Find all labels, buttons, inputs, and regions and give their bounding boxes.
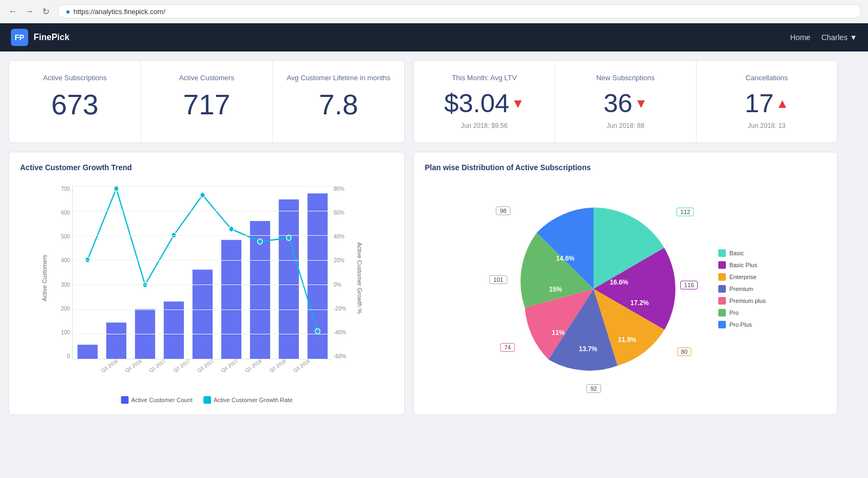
chart-legend: Active Customer Count Active Customer Gr… bbox=[20, 396, 393, 404]
kpi-active-customers-value: 717 bbox=[152, 91, 261, 119]
kpi-active-customers: Active Customers 717 bbox=[141, 61, 273, 143]
kpi-cancellations-title: Cancellations bbox=[707, 74, 826, 82]
kpi-right-group: This Month: Avg LTV $3.04 ▼ Jun 2018: $9… bbox=[413, 60, 838, 143]
pie-legend-pro-plus: Pro Plus bbox=[718, 321, 765, 328]
pie-chart-area: 16.6% 17.2% 11.9% 13.7% 11% 15% 14.6% 98… bbox=[485, 180, 702, 397]
y-axis-right: 80% 60% 40% 20% 0% -20% -40% -60% bbox=[331, 186, 355, 359]
back-button[interactable]: ← bbox=[7, 5, 20, 18]
legend-bar-color bbox=[121, 396, 129, 404]
charts-row: Active Customer Growth Trend Active Cust… bbox=[9, 152, 838, 415]
kpi-active-subscriptions-value: 673 bbox=[20, 91, 130, 119]
pie-svg: 16.6% 17.2% 11.9% 13.7% 11% 15% 14.6% bbox=[485, 180, 702, 397]
callout-74: 74 bbox=[500, 343, 514, 352]
legend-line-label: Active Customer Growth Rate bbox=[214, 397, 293, 403]
pie-legend-enterprise: Enterprise bbox=[718, 273, 765, 281]
kpi-cancellations-subtitle: Jun 2018: 13 bbox=[707, 122, 826, 130]
callout-101: 101 bbox=[489, 275, 507, 284]
callout-112: 112 bbox=[676, 208, 694, 216]
kpi-new-subscriptions-title: New Subscriptions bbox=[566, 74, 685, 82]
pie-chart-title: Plan wise Distribution of Active Subscri… bbox=[425, 163, 826, 172]
bar-chart-panel: Active Customer Growth Trend Active Cust… bbox=[9, 152, 405, 415]
kpi-avg-ltv-title: This Month: Avg LTV bbox=[425, 74, 544, 82]
pie-legend-basic: Basic bbox=[718, 249, 765, 257]
svg-text:14.6%: 14.6% bbox=[556, 255, 575, 262]
callout-80: 80 bbox=[677, 347, 691, 356]
app-header: FP FinePick Home Charles ▼ bbox=[0, 23, 868, 51]
browser-chrome: ← → ↻ ● https://analytics.finepick.com/ bbox=[0, 0, 868, 23]
chart-area bbox=[72, 186, 331, 359]
logo-text: FinePick bbox=[34, 33, 69, 42]
pie-label-pro: Pro bbox=[729, 309, 738, 316]
kpi-new-subscriptions-subtitle: Jun 2018: 88 bbox=[566, 122, 685, 130]
forward-button[interactable]: → bbox=[23, 5, 36, 18]
kpi-cancellations-arrow: ▲ bbox=[776, 96, 789, 111]
kpi-avg-lifetime: Avg Customer Lifetime in months 7.8 bbox=[273, 61, 404, 143]
pie-label-enterprise: Enterprise bbox=[729, 274, 756, 280]
pie-color-pro-plus bbox=[718, 321, 726, 328]
header-nav: Home Charles ▼ bbox=[790, 33, 857, 42]
pie-legend-basic-plus: Basic Plus bbox=[718, 261, 765, 269]
kpi-cancellations-wrapper: 17 ▲ bbox=[707, 91, 826, 117]
callout-116: 116 bbox=[680, 281, 698, 289]
legend-bar-label: Active Customer Count bbox=[131, 397, 193, 403]
bar-chart-title: Active Customer Growth Trend bbox=[20, 163, 393, 172]
callout-98: 98 bbox=[496, 206, 510, 215]
kpi-avg-ltv-wrapper: $3.04 ▼ bbox=[425, 91, 544, 117]
secure-icon: ● bbox=[66, 7, 70, 16]
callout-92: 92 bbox=[586, 384, 601, 393]
pie-label-basic: Basic bbox=[729, 250, 744, 256]
url-text: https://analytics.finepick.com/ bbox=[73, 8, 165, 16]
pie-color-premium bbox=[718, 285, 726, 293]
kpi-left-group: Active Subscriptions 673 Active Customer… bbox=[9, 60, 405, 143]
logo-icon: FP bbox=[11, 29, 28, 46]
kpi-avg-lifetime-title: Avg Customer Lifetime in months bbox=[284, 74, 393, 82]
svg-text:11%: 11% bbox=[552, 329, 565, 337]
kpi-avg-ltv: This Month: Avg LTV $3.04 ▼ Jun 2018: $9… bbox=[414, 61, 555, 143]
kpi-active-subscriptions-title: Active Subscriptions bbox=[20, 74, 130, 82]
kpi-avg-ltv-subtitle: Jun 2018: $9.56 bbox=[425, 122, 544, 130]
y-axis-left: 700 600 500 400 300 200 100 0 bbox=[53, 186, 72, 359]
y-axis-right-label: Active Customer Growth % bbox=[356, 242, 363, 314]
svg-text:13.7%: 13.7% bbox=[579, 345, 597, 353]
y-axis-left-label: Active Customers bbox=[41, 255, 48, 301]
pie-label-pro-plus: Pro Plus bbox=[729, 321, 752, 328]
svg-text:17.2%: 17.2% bbox=[630, 299, 649, 307]
pie-chart-panel: Plan wise Distribution of Active Subscri… bbox=[413, 152, 838, 415]
main-content: Active Subscriptions 673 Active Customer… bbox=[0, 51, 846, 424]
pie-legend-pro: Pro bbox=[718, 309, 765, 316]
svg-text:11.9%: 11.9% bbox=[618, 336, 636, 344]
header-user: Charles ▼ bbox=[821, 33, 857, 42]
refresh-button[interactable]: ↻ bbox=[39, 5, 52, 18]
pie-color-premium-plus bbox=[718, 297, 726, 305]
legend-line: Active Customer Growth Rate bbox=[203, 396, 293, 404]
grid-lines bbox=[73, 186, 331, 359]
kpi-avg-ltv-arrow: ▼ bbox=[512, 96, 525, 111]
pie-color-enterprise bbox=[718, 273, 726, 281]
pie-label-premium-plus: Premium plus bbox=[729, 298, 765, 304]
x-axis: Q3 2016 Q4 2016 Q1 2017 Q2 2017 Q3 2017 … bbox=[53, 361, 355, 369]
pie-label-basic-plus: Basic Plus bbox=[729, 262, 757, 268]
svg-text:15%: 15% bbox=[549, 286, 562, 293]
pie-color-basic-plus bbox=[718, 261, 726, 269]
pie-label-premium: Premium bbox=[729, 286, 753, 292]
browser-nav-buttons: ← → ↻ bbox=[7, 5, 52, 18]
kpi-avg-ltv-value: $3.04 bbox=[444, 91, 509, 117]
logo-area: FP FinePick bbox=[11, 29, 69, 46]
pie-legend-premium: Premium bbox=[718, 285, 765, 293]
kpi-new-subscriptions: New Subscriptions 36 ▼ Jun 2018: 88 bbox=[555, 61, 696, 143]
kpi-new-subscriptions-value: 36 bbox=[603, 91, 632, 117]
kpi-active-subscriptions: Active Subscriptions 673 bbox=[9, 61, 141, 143]
kpi-new-subscriptions-arrow: ▼ bbox=[635, 96, 648, 111]
kpi-cancellations: Cancellations 17 ▲ Jun 2018: 13 bbox=[697, 61, 837, 143]
pie-legend-premium-plus: Premium plus bbox=[718, 297, 765, 305]
svg-text:16.6%: 16.6% bbox=[610, 279, 628, 286]
legend-line-color bbox=[203, 396, 211, 404]
pie-color-basic bbox=[718, 249, 726, 257]
kpi-cancellations-value: 17 bbox=[745, 91, 774, 117]
pie-color-pro bbox=[718, 309, 726, 316]
pie-legend: Basic Basic Plus Enterprise Premium bbox=[718, 249, 765, 328]
address-bar[interactable]: ● https://analytics.finepick.com/ bbox=[58, 4, 861, 18]
nav-home[interactable]: Home bbox=[790, 33, 810, 42]
kpi-new-subscriptions-wrapper: 36 ▼ bbox=[566, 91, 685, 117]
kpi-avg-lifetime-value: 7.8 bbox=[284, 91, 393, 119]
